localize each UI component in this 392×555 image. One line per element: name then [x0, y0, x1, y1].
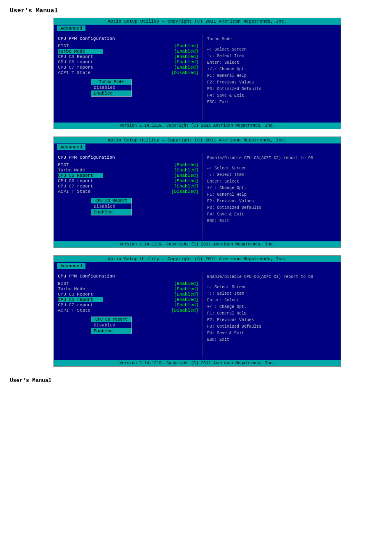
value-c6-2: [Enabled]: [174, 178, 198, 183]
key-3-1: ↔: Select Screen: [207, 284, 337, 291]
row-c7-1: CPU C7 report [Enabled]: [58, 65, 198, 70]
value-c3-1: [Enabled]: [174, 54, 198, 59]
value-c6-1: [Enabled]: [174, 60, 198, 65]
key-2-8: F4: Save & Exit: [207, 211, 337, 218]
row-c3-1: CPU C3 Report [Enabled]: [58, 54, 198, 59]
dropdown-title-1: Turbo Mode: [91, 79, 131, 85]
key-1-7: F3: Optimized Defaults: [207, 86, 337, 92]
key-2-3: Enter: Select: [207, 178, 337, 185]
value-turbo-3: [Enabled]: [174, 287, 198, 291]
key-1-5: F1: General Help: [207, 73, 337, 79]
key-1-8: F4: Save & Exit: [207, 92, 337, 99]
label-c3-3: CPU C3 Report: [58, 292, 103, 297]
value-eist-2: [Enabled]: [174, 162, 198, 167]
dropdown-enabled-1[interactable]: Enabled: [91, 90, 131, 96]
left-panel-2: CPU PPM Configuration EIST [Enabled] Tur…: [54, 153, 203, 239]
row-c7-2: CPU C7 report [Enabled]: [58, 184, 198, 189]
dropdown-enabled-3[interactable]: Enabled: [91, 328, 131, 334]
footer-1: Version 2.14.1219. Copyright (C) 2011 Am…: [54, 123, 341, 129]
label-eist-3: EIST: [58, 281, 103, 286]
left-panel-3: CPU PPM Configuration EIST [Enabled] Tur…: [54, 272, 203, 358]
tab-advanced-2[interactable]: Advanced: [57, 144, 85, 150]
section-title-3: CPU PPM Configuration: [58, 274, 198, 279]
key-2-9: ESC: Exit: [207, 218, 337, 224]
page-footer: User's Manual: [0, 374, 392, 387]
row-c3-2[interactable]: CPU C3 Report [Enabled]: [58, 173, 198, 178]
key-2-1: ↔: Select Screen: [207, 165, 337, 172]
right-panel-3: Enable/Disable CPU C6(ACPI C3) report to…: [203, 272, 341, 358]
value-acpi-1: [Disabled]: [171, 70, 198, 75]
key-3-8: F4: Save & Exit: [207, 330, 337, 337]
row-c7-3: CPU C7 report [Enabled]: [58, 303, 198, 308]
dropdown-title-2: CPU C3 Report: [91, 198, 131, 204]
tab-advanced-3[interactable]: Advanced: [57, 263, 85, 269]
body-2: CPU PPM Configuration EIST [Enabled] Tur…: [54, 151, 341, 241]
key-2-6: F2: Previous Values: [207, 198, 337, 205]
help-text-3: Enable/Disable CPU C6(ACPI C3) report to…: [207, 274, 337, 280]
footer-2: Version 2.14.1219. Copyright (C) 2011 Am…: [54, 241, 341, 247]
key-help-1: ↔: Select Screen ↑↓: Select Item Enter: …: [207, 46, 337, 106]
label-turbo-3: Turbo Mode: [58, 287, 103, 291]
right-panel-2: Enable/Disable CPU C3(ACPI C2) report to…: [203, 153, 341, 239]
section-title-2: CPU PPM Configuration: [58, 155, 198, 160]
header-title: User's Manual: [10, 7, 58, 14]
value-c7-1: [Enabled]: [174, 65, 198, 70]
tab-bar-2: Advanced: [54, 143, 341, 151]
row-turbo-1[interactable]: Turbo Mode [Enabled]: [58, 49, 198, 54]
value-c7-2: [Enabled]: [174, 184, 198, 189]
label-turbo-1: Turbo Mode: [58, 49, 103, 54]
key-1-4: +/-: Change Opt.: [207, 66, 337, 73]
row-c6-3[interactable]: CPU C6 report [Enabled]: [58, 297, 198, 302]
row-c6-1: CPU C6 report [Enabled]: [58, 60, 198, 65]
dropdown-title-3: CPU C6 report: [91, 317, 131, 322]
key-3-5: F1: General Help: [207, 310, 337, 317]
row-acpi-2: ACPI T State [Disabled]: [58, 189, 198, 194]
row-acpi-3: ACPI T State [Disabled]: [58, 308, 198, 313]
tab-bar-1: Advanced: [54, 25, 341, 32]
key-3-9: ESC: Exit: [207, 337, 337, 343]
key-3-4: +/-: Change Opt.: [207, 304, 337, 310]
key-2-2: ↑↓: Select Item: [207, 172, 337, 178]
dropdown-enabled-2[interactable]: Enabled: [91, 209, 131, 215]
key-1-9: ESC: Exit: [207, 99, 337, 106]
key-3-7: F3: Optimized Defaults: [207, 324, 337, 330]
dropdown-disabled-2[interactable]: Disabled: [91, 204, 131, 209]
section-title-1: CPU PPM Configuration: [58, 36, 198, 41]
title-bar-1: Aptio Setup Utility – Copyright (C) 2011…: [54, 18, 341, 25]
value-acpi-2: [Disabled]: [171, 189, 198, 194]
key-2-7: F3: Optimized Defaults: [207, 205, 337, 211]
left-panel-1: CPU PPM Configuration EIST [Enabled] Tur…: [54, 35, 203, 120]
value-c6-3: [Enabled]: [174, 297, 198, 302]
dropdown-disabled-3[interactable]: Disabled: [91, 322, 131, 328]
value-c7-3: [Enabled]: [174, 303, 198, 308]
dropdown-3: CPU C6 report Disabled Enabled: [91, 317, 132, 334]
label-eist-1: EIST: [58, 44, 103, 49]
label-acpi-1: ACPI T State: [58, 70, 103, 75]
row-turbo-2: Turbo Mode [Enabled]: [58, 168, 198, 173]
dropdown-1: Turbo Mode Disabled Enabled: [91, 79, 132, 97]
label-acpi-2: ACPI T State: [58, 189, 103, 194]
label-c6-3: CPU C6 report: [58, 297, 103, 302]
label-c7-1: CPU C7 report: [58, 65, 103, 70]
label-c6-2: CPU C6 report: [58, 178, 103, 183]
key-1-6: F2: Previous Values: [207, 79, 337, 86]
key-3-6: F2: Previous Values: [207, 317, 337, 324]
label-c6-1: CPU C6 report: [58, 60, 103, 65]
value-turbo-2: [Enabled]: [174, 168, 198, 173]
row-c3-3: CPU C3 Report [Enabled]: [58, 292, 198, 297]
value-eist-3: [Enabled]: [174, 281, 198, 286]
label-acpi-3: ACPI T State: [58, 308, 103, 313]
footer-label: User's Manual: [10, 377, 51, 384]
key-2-5: F1: General Help: [207, 192, 337, 198]
key-1-1: ↔: Select Screen: [207, 46, 337, 53]
tab-advanced-1[interactable]: Advanced: [57, 25, 85, 31]
title-bar-2: Aptio Setup Utility – Copyright (C) 2011…: [54, 137, 341, 143]
bios-screen-3: Aptio Setup Utility – Copyright (C) 2011…: [53, 255, 341, 367]
dropdown-disabled-1[interactable]: Disabled: [91, 85, 131, 90]
body-1: CPU PPM Configuration EIST [Enabled] Tur…: [54, 32, 341, 123]
row-turbo-3: Turbo Mode [Enabled]: [58, 287, 198, 291]
bios-container: Aptio Setup Utility – Copyright (C) 2011…: [53, 18, 341, 367]
value-c3-3: [Enabled]: [174, 292, 198, 297]
row-eist-1: EIST [Enabled]: [58, 44, 198, 49]
row-c6-2: CPU C6 report [Enabled]: [58, 178, 198, 183]
